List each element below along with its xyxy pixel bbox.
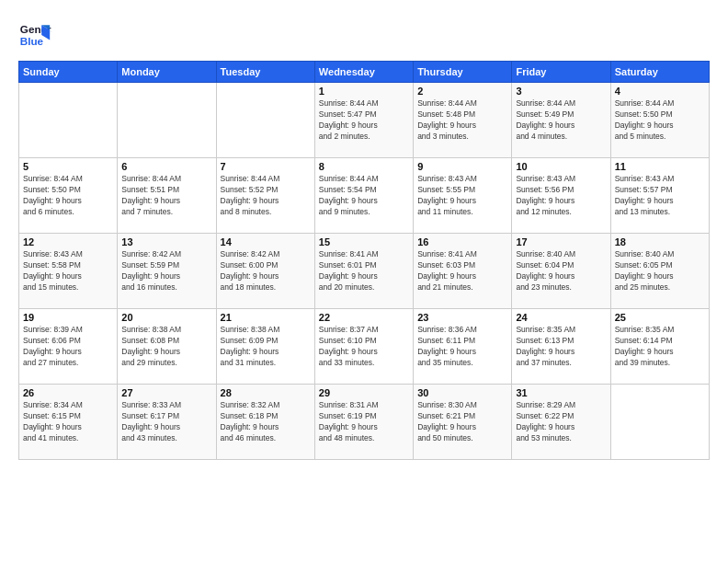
calendar-cell: 15Sunrise: 8:41 AM Sunset: 6:01 PM Dayli… (314, 234, 413, 309)
day-info: Sunrise: 8:44 AM Sunset: 5:50 PM Dayligh… (23, 174, 113, 218)
day-number: 8 (319, 161, 409, 172)
weekday-header: Thursday (414, 62, 512, 83)
calendar-cell (216, 83, 314, 158)
day-number: 3 (516, 86, 606, 97)
calendar-cell: 26Sunrise: 8:34 AM Sunset: 6:15 PM Dayli… (19, 385, 118, 460)
day-number: 28 (221, 387, 311, 398)
day-info: Sunrise: 8:35 AM Sunset: 6:14 PM Dayligh… (615, 325, 705, 369)
day-info: Sunrise: 8:42 AM Sunset: 5:59 PM Dayligh… (121, 249, 211, 293)
calendar-week-row: 5Sunrise: 8:44 AM Sunset: 5:50 PM Daylig… (19, 158, 710, 234)
calendar-cell: 23Sunrise: 8:36 AM Sunset: 6:11 PM Dayli… (414, 309, 512, 385)
day-info: Sunrise: 8:41 AM Sunset: 6:03 PM Dayligh… (417, 249, 507, 293)
calendar-cell: 27Sunrise: 8:33 AM Sunset: 6:17 PM Dayli… (118, 385, 216, 460)
calendar-cell (19, 83, 118, 158)
day-number: 30 (417, 387, 507, 398)
day-number: 26 (23, 387, 113, 398)
calendar-cell: 11Sunrise: 8:43 AM Sunset: 5:57 PM Dayli… (610, 158, 709, 234)
calendar-cell: 12Sunrise: 8:43 AM Sunset: 5:58 PM Dayli… (19, 234, 118, 309)
day-number: 1 (319, 86, 409, 97)
day-info: Sunrise: 8:32 AM Sunset: 6:18 PM Dayligh… (221, 400, 311, 444)
calendar-cell: 20Sunrise: 8:38 AM Sunset: 6:08 PM Dayli… (118, 309, 216, 385)
day-number: 10 (516, 161, 606, 172)
calendar-body: 1Sunrise: 8:44 AM Sunset: 5:47 PM Daylig… (19, 83, 710, 460)
svg-text:Blue: Blue (20, 35, 44, 47)
day-info: Sunrise: 8:44 AM Sunset: 5:47 PM Dayligh… (319, 98, 409, 143)
calendar-cell: 29Sunrise: 8:31 AM Sunset: 6:19 PM Dayli… (314, 385, 413, 460)
day-info: Sunrise: 8:36 AM Sunset: 6:11 PM Dayligh… (417, 325, 507, 369)
day-number: 2 (417, 86, 507, 97)
day-info: Sunrise: 8:43 AM Sunset: 5:57 PM Dayligh… (615, 174, 705, 218)
day-info: Sunrise: 8:38 AM Sunset: 6:09 PM Dayligh… (221, 325, 311, 369)
day-number: 13 (121, 236, 211, 247)
day-info: Sunrise: 8:40 AM Sunset: 6:05 PM Dayligh… (615, 249, 705, 293)
calendar-cell: 5Sunrise: 8:44 AM Sunset: 5:50 PM Daylig… (19, 158, 118, 234)
day-number: 7 (221, 161, 311, 172)
day-info: Sunrise: 8:41 AM Sunset: 6:01 PM Dayligh… (319, 249, 409, 293)
day-number: 22 (319, 312, 409, 323)
calendar-week-row: 1Sunrise: 8:44 AM Sunset: 5:47 PM Daylig… (19, 83, 710, 158)
day-info: Sunrise: 8:37 AM Sunset: 6:10 PM Dayligh… (319, 325, 409, 369)
calendar-cell: 16Sunrise: 8:41 AM Sunset: 6:03 PM Dayli… (414, 234, 512, 309)
day-number: 27 (121, 387, 211, 398)
day-number: 31 (516, 387, 606, 398)
calendar-cell: 17Sunrise: 8:40 AM Sunset: 6:04 PM Dayli… (512, 234, 610, 309)
calendar-cell: 30Sunrise: 8:30 AM Sunset: 6:21 PM Dayli… (414, 385, 512, 460)
day-info: Sunrise: 8:31 AM Sunset: 6:19 PM Dayligh… (319, 400, 409, 444)
day-info: Sunrise: 8:44 AM Sunset: 5:51 PM Dayligh… (121, 174, 211, 218)
calendar-cell (610, 385, 709, 460)
day-info: Sunrise: 8:30 AM Sunset: 6:21 PM Dayligh… (417, 400, 507, 444)
day-number: 17 (516, 236, 606, 247)
day-info: Sunrise: 8:43 AM Sunset: 5:58 PM Dayligh… (23, 249, 113, 293)
calendar-cell: 21Sunrise: 8:38 AM Sunset: 6:09 PM Dayli… (216, 309, 314, 385)
day-info: Sunrise: 8:35 AM Sunset: 6:13 PM Dayligh… (516, 325, 606, 369)
day-number: 9 (417, 161, 507, 172)
day-number: 11 (615, 161, 705, 172)
calendar-week-row: 26Sunrise: 8:34 AM Sunset: 6:15 PM Dayli… (19, 385, 710, 460)
calendar-table: SundayMondayTuesdayWednesdayThursdayFrid… (18, 61, 710, 460)
calendar-cell: 18Sunrise: 8:40 AM Sunset: 6:05 PM Dayli… (610, 234, 709, 309)
calendar-header: SundayMondayTuesdayWednesdayThursdayFrid… (19, 62, 710, 83)
calendar-cell: 31Sunrise: 8:29 AM Sunset: 6:22 PM Dayli… (512, 385, 610, 460)
page: General Blue SundayMondayTuesdayWednesda… (0, 0, 728, 563)
weekday-header: Tuesday (216, 62, 314, 83)
day-number: 5 (23, 161, 113, 172)
calendar-cell: 2Sunrise: 8:44 AM Sunset: 5:48 PM Daylig… (414, 83, 512, 158)
logo: General Blue (18, 18, 51, 52)
day-info: Sunrise: 8:43 AM Sunset: 5:55 PM Dayligh… (417, 174, 507, 218)
day-number: 29 (319, 387, 409, 398)
calendar-cell: 9Sunrise: 8:43 AM Sunset: 5:55 PM Daylig… (414, 158, 512, 234)
weekday-header: Saturday (610, 62, 709, 83)
calendar-cell: 28Sunrise: 8:32 AM Sunset: 6:18 PM Dayli… (216, 385, 314, 460)
weekday-header: Friday (512, 62, 610, 83)
day-info: Sunrise: 8:44 AM Sunset: 5:49 PM Dayligh… (516, 98, 606, 143)
calendar-cell: 8Sunrise: 8:44 AM Sunset: 5:54 PM Daylig… (314, 158, 413, 234)
calendar-cell: 24Sunrise: 8:35 AM Sunset: 6:13 PM Dayli… (512, 309, 610, 385)
weekday-row: SundayMondayTuesdayWednesdayThursdayFrid… (19, 62, 710, 83)
weekday-header: Sunday (19, 62, 118, 83)
weekday-header: Monday (118, 62, 216, 83)
day-info: Sunrise: 8:44 AM Sunset: 5:54 PM Dayligh… (319, 174, 409, 218)
calendar-cell (118, 83, 216, 158)
day-info: Sunrise: 8:42 AM Sunset: 6:00 PM Dayligh… (221, 249, 311, 293)
day-info: Sunrise: 8:34 AM Sunset: 6:15 PM Dayligh… (23, 400, 113, 444)
day-number: 19 (23, 312, 113, 323)
day-number: 23 (417, 312, 507, 323)
calendar-cell: 14Sunrise: 8:42 AM Sunset: 6:00 PM Dayli… (216, 234, 314, 309)
day-info: Sunrise: 8:38 AM Sunset: 6:08 PM Dayligh… (121, 325, 211, 369)
calendar-cell: 7Sunrise: 8:44 AM Sunset: 5:52 PM Daylig… (216, 158, 314, 234)
calendar-cell: 3Sunrise: 8:44 AM Sunset: 5:49 PM Daylig… (512, 83, 610, 158)
day-info: Sunrise: 8:40 AM Sunset: 6:04 PM Dayligh… (516, 249, 606, 293)
logo-icon: General Blue (18, 18, 51, 52)
day-info: Sunrise: 8:44 AM Sunset: 5:52 PM Dayligh… (221, 174, 311, 218)
day-info: Sunrise: 8:29 AM Sunset: 6:22 PM Dayligh… (516, 400, 606, 444)
calendar-week-row: 19Sunrise: 8:39 AM Sunset: 6:06 PM Dayli… (19, 309, 710, 385)
day-info: Sunrise: 8:44 AM Sunset: 5:50 PM Dayligh… (615, 98, 705, 143)
day-number: 21 (221, 312, 311, 323)
calendar-cell: 1Sunrise: 8:44 AM Sunset: 5:47 PM Daylig… (314, 83, 413, 158)
day-info: Sunrise: 8:44 AM Sunset: 5:48 PM Dayligh… (417, 98, 507, 143)
calendar-cell: 6Sunrise: 8:44 AM Sunset: 5:51 PM Daylig… (118, 158, 216, 234)
day-number: 20 (121, 312, 211, 323)
calendar-cell: 25Sunrise: 8:35 AM Sunset: 6:14 PM Dayli… (610, 309, 709, 385)
day-number: 6 (121, 161, 211, 172)
calendar-cell: 4Sunrise: 8:44 AM Sunset: 5:50 PM Daylig… (610, 83, 709, 158)
